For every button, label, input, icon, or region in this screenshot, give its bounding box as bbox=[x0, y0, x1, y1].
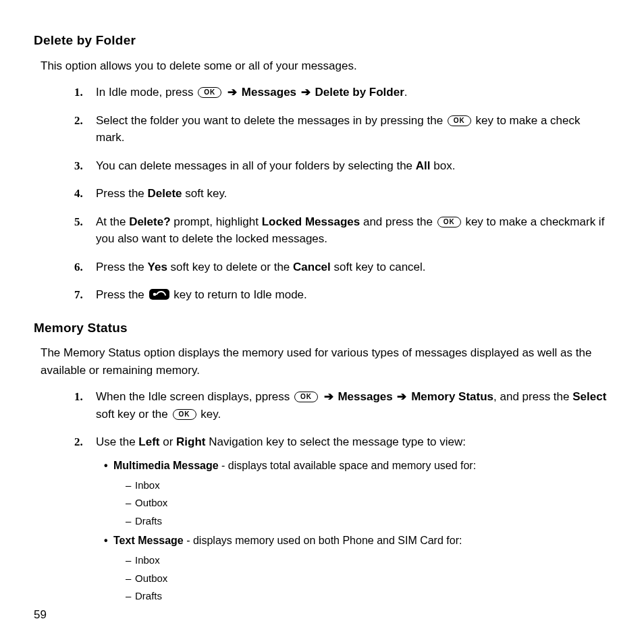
step-5: 5. At the Delete? prompt, highlight Lock… bbox=[74, 213, 610, 248]
step-7: 7. Press the key to return to Idle mode. bbox=[74, 286, 610, 304]
ui-label: Left bbox=[138, 435, 159, 448]
step-text: soft key to cancel. bbox=[331, 261, 426, 273]
menu-path: Messages bbox=[335, 390, 396, 403]
arrow-icon: ➔ bbox=[323, 390, 335, 403]
step-number: 3. bbox=[74, 157, 83, 175]
steps-list-delete: 1. In Idle mode, press OK ➔ Messages ➔ D… bbox=[34, 84, 610, 304]
step-text: and press the bbox=[360, 215, 435, 228]
arrow-icon: ➔ bbox=[396, 390, 408, 403]
steps-list-memory: 1. When the Idle screen displays, ppress… bbox=[34, 388, 610, 604]
ui-label: Delete? bbox=[129, 215, 170, 228]
section-heading-delete-by-folder: Delete by Folder bbox=[34, 31, 610, 51]
step-text: At the bbox=[96, 215, 129, 228]
step-text: In Idle mode, press bbox=[96, 86, 196, 99]
menu-path: Delete by Folder bbox=[312, 86, 404, 99]
list-item: Outbox bbox=[126, 571, 610, 587]
sub-bullet: Multimedia Message - displays total avai… bbox=[104, 458, 610, 529]
sub-bullet-list: Multimedia Message - displays total avai… bbox=[96, 458, 610, 604]
ui-label: Yes bbox=[148, 261, 167, 273]
ui-label: All bbox=[416, 159, 431, 172]
list-item: Drafts bbox=[126, 514, 610, 529]
section-intro: This option allows you to delete some or… bbox=[41, 57, 610, 75]
sub-bullet: Text Message - displays memory used on b… bbox=[104, 533, 610, 604]
page-number: 59 bbox=[34, 606, 47, 624]
list-item: Outbox bbox=[126, 495, 610, 511]
list-item: Inbox bbox=[126, 553, 610, 568]
menu-path: Memory Status bbox=[408, 390, 493, 403]
step-number: 6. bbox=[74, 259, 83, 276]
step-number: 7. bbox=[74, 286, 83, 304]
step-2: 2. Select the folder you want to delete … bbox=[74, 112, 610, 146]
step-number: 5. bbox=[74, 213, 83, 231]
ok-key-icon: OK bbox=[437, 217, 461, 227]
ok-key-icon: OK bbox=[448, 115, 471, 126]
text: - displays memory used on both Phone and… bbox=[184, 535, 462, 546]
step-text: You can delete messages in all of your f… bbox=[96, 159, 416, 172]
step-text: Press the bbox=[96, 187, 148, 200]
step-text: soft key. bbox=[182, 187, 227, 200]
step-text: , and press the bbox=[493, 390, 572, 403]
step-2: 2. Use the Left or Right Navigation key … bbox=[74, 433, 610, 604]
step-number: 1. bbox=[74, 84, 83, 101]
ui-label: Right bbox=[176, 435, 205, 448]
end-call-key-icon bbox=[149, 289, 169, 300]
step-text: soft key or the bbox=[96, 408, 171, 421]
step-text: key to return to Idle mode. bbox=[171, 288, 307, 301]
step-number: 2. bbox=[74, 112, 83, 130]
step-1: 1. In Idle mode, press OK ➔ Messages ➔ D… bbox=[74, 84, 610, 101]
step-number: 1. bbox=[74, 388, 83, 406]
manual-page: Delete by Folder This option allows you … bbox=[0, 0, 644, 604]
step-number: 2. bbox=[74, 433, 83, 451]
list-item: Inbox bbox=[126, 478, 610, 493]
step-text: prompt, highlight bbox=[171, 215, 262, 228]
ui-label: Select bbox=[572, 390, 606, 403]
step-text: soft key to delete or the bbox=[167, 261, 293, 273]
sub-sub-list: Inbox Outbox Drafts bbox=[113, 478, 610, 529]
menu-path: Messages bbox=[238, 86, 300, 99]
step-text: box. bbox=[431, 159, 456, 172]
step-3: 3. You can delete messages in all of you… bbox=[74, 157, 610, 175]
list-item: Drafts bbox=[126, 589, 610, 604]
step-text: When the Idle screen displays, ppress bbox=[96, 390, 293, 403]
step-text: Press the bbox=[96, 288, 148, 301]
section-intro: The Memory Status option displays the me… bbox=[41, 344, 610, 379]
step-text: key. bbox=[198, 408, 221, 421]
label: Text Message bbox=[113, 535, 184, 546]
svg-point-0 bbox=[153, 293, 156, 296]
label: Multimedia Message bbox=[113, 460, 219, 471]
step-4: 4. Press the Delete soft key. bbox=[74, 185, 610, 203]
ok-key-icon: OK bbox=[173, 409, 196, 420]
ok-key-icon: OK bbox=[294, 392, 318, 402]
step-text: Select the folder you want to delete the… bbox=[96, 114, 446, 127]
sub-sub-list: Inbox Outbox Drafts bbox=[113, 553, 610, 604]
ui-label: Locked Messages bbox=[262, 215, 360, 228]
text: - displays total available space and mem… bbox=[219, 460, 477, 471]
step-text: or bbox=[159, 435, 176, 448]
step-number: 4. bbox=[74, 185, 83, 203]
section-heading-memory-status: Memory Status bbox=[34, 319, 610, 338]
step-text: Navigation key to select the message typ… bbox=[205, 435, 466, 448]
ui-label: Delete bbox=[148, 187, 182, 200]
ui-label: Cancel bbox=[293, 261, 331, 273]
arrow-icon: ➔ bbox=[300, 86, 312, 99]
step-6: 6. Press the Yes soft key to delete or t… bbox=[74, 259, 610, 276]
step-text: Press the bbox=[96, 261, 148, 273]
step-text: Use the bbox=[96, 435, 138, 448]
arrow-icon: ➔ bbox=[226, 86, 238, 99]
ok-key-icon: OK bbox=[198, 87, 221, 98]
step-1: 1. When the Idle screen displays, ppress… bbox=[74, 388, 610, 423]
step-text: . bbox=[404, 86, 408, 99]
